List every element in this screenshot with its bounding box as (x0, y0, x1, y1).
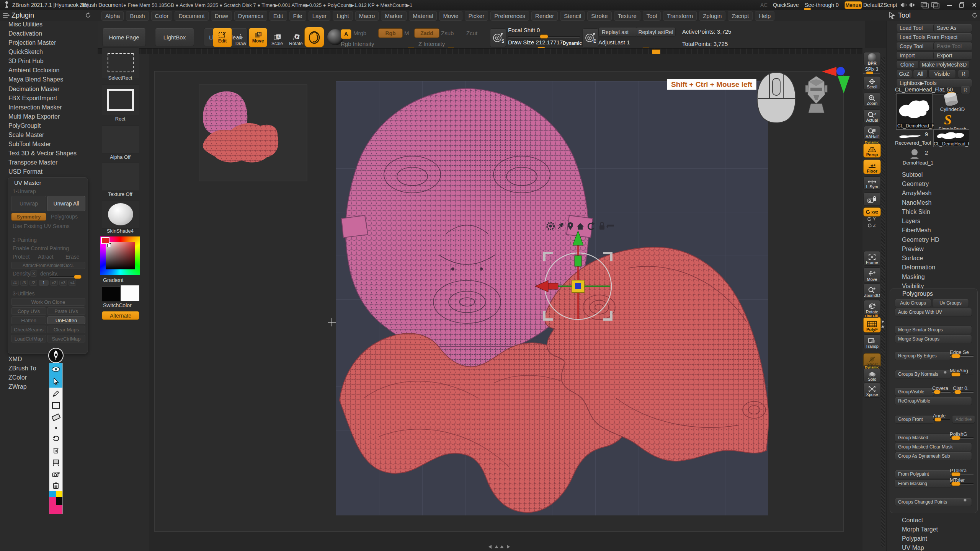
make-polymesh3d-button[interactable]: Make PolyMesh3D (919, 60, 969, 69)
trash-icon[interactable] (49, 444, 62, 456)
move-3d-button[interactable]: Move (863, 267, 881, 282)
zplugin-item[interactable]: PolyGroupIt (8, 122, 41, 130)
clear-maps-button[interactable]: Clear Maps (47, 326, 85, 333)
density-x2[interactable]: x2 (50, 280, 58, 286)
draw-mode-button[interactable]: Draw (232, 28, 249, 46)
zplugin-item[interactable]: Maya Blend Shapes (8, 76, 63, 84)
menu-item[interactable]: Zscript (728, 11, 753, 21)
zoom3d-button[interactable]: Zoom3D (863, 284, 881, 298)
mrgb-a-badge[interactable]: A (341, 29, 351, 39)
xmd-pen-icon[interactable] (48, 348, 64, 363)
quicksave-button[interactable]: QuickSave (773, 2, 799, 8)
adjust-last-slider-label[interactable]: AdjustLast 1 (598, 39, 630, 46)
menu-item[interactable]: Movie (439, 11, 462, 21)
switch-color-black[interactable] (102, 287, 120, 302)
close-button[interactable] (972, 2, 977, 8)
paste-tool-button[interactable]: Paste Tool (933, 42, 972, 51)
zplugin-item[interactable]: Multi Map Exporter (8, 113, 60, 121)
bpr-render-button[interactable]: BPR (863, 52, 881, 66)
spix-slider[interactable]: SPix 3 (863, 67, 880, 74)
tool-section-surface[interactable]: Surface (902, 255, 923, 262)
checkseams-button[interactable]: CheckSeams (11, 326, 46, 333)
uv-master-title[interactable]: UV Master (14, 179, 41, 186)
rotate-y-button[interactable]: Y (863, 217, 880, 221)
menu-item[interactable]: Stencil (560, 11, 585, 21)
zsub-button[interactable]: Zsub (441, 30, 454, 36)
tool-section-arraymesh[interactable]: ArrayMesh (902, 190, 931, 197)
demohead-thumb[interactable] (909, 148, 920, 159)
menu-item[interactable]: Transform (663, 11, 697, 21)
xpose-button[interactable]: Xpose (863, 383, 881, 398)
symmetry-button[interactable]: Symmetry (11, 213, 46, 221)
actual-size-button[interactable]: x1Actual (863, 109, 881, 123)
move-mode-button[interactable]: M Move (249, 28, 267, 47)
group-masked-clear-mask-button[interactable]: Group Masked Clear Mask (895, 443, 972, 451)
group-as-dynamesh-sub-button[interactable]: Group As Dynamesh Sub (895, 452, 972, 460)
m-button[interactable]: M (404, 30, 409, 36)
rect-tool-icon[interactable] (49, 399, 62, 411)
zplugin-item-zcolor[interactable]: ZColor (8, 374, 27, 382)
tool-section-preview[interactable]: Preview (902, 246, 924, 253)
coverage-slider[interactable]: Covera (932, 385, 951, 393)
load-tools-from-project-button[interactable]: Load Tools From Project (896, 33, 972, 41)
select-cursor-icon[interactable] (49, 375, 62, 388)
menu-item[interactable]: Edit (270, 11, 287, 21)
menu-item[interactable]: Macro (355, 11, 379, 21)
alternate-button[interactable]: Alternate (102, 311, 139, 320)
menu-item[interactable]: Texture (614, 11, 640, 21)
ptolerance-slider[interactable]: PTolera (950, 468, 973, 475)
recovered-tool-thumb[interactable] (898, 132, 922, 139)
rotate-mode-button[interactable]: R Rotate (287, 28, 305, 46)
attract-from-ao-button[interactable]: AttractFromAmbientOccl. (11, 262, 85, 269)
edit-mode-button[interactable]: Edit (213, 28, 232, 47)
menu-item[interactable]: Color (151, 11, 173, 21)
mtolerance-slider[interactable]: MToler (950, 477, 973, 484)
menu-item[interactable]: Marker (381, 11, 407, 21)
uv-groups-button[interactable]: Uv Groups (932, 299, 969, 307)
tool-section-layers[interactable]: Layers (902, 218, 920, 225)
additive-button[interactable]: Additive (952, 415, 975, 424)
camera-lock-button[interactable] (863, 192, 881, 206)
home-page-button[interactable]: Home Page (102, 28, 146, 46)
tool-section-deformation[interactable]: Deformation (902, 264, 935, 272)
cylinder3d-thumb[interactable] (940, 92, 965, 106)
scroll-doc-button[interactable]: Scroll (863, 76, 881, 90)
persp-button[interactable]: Dynamic Persp (863, 143, 881, 158)
switch-color-white[interactable] (121, 285, 139, 301)
zplugin-item[interactable]: Text 3D & Vector Shapes (8, 150, 77, 158)
replay-last-rel-button[interactable]: ReplayLastRel (636, 27, 676, 37)
load-tool-button[interactable]: Load Tool (896, 24, 935, 32)
document-canvas[interactable] (149, 54, 862, 551)
zplugin-item[interactable]: QuickSketch (8, 49, 43, 56)
menu-item[interactable]: Render (531, 11, 558, 21)
goz-visible-button[interactable]: Visible (928, 70, 956, 78)
texture-off-thumb[interactable] (102, 163, 139, 191)
angle-slider[interactable]: Angle (933, 413, 950, 420)
draw-size-slider-label[interactable]: Draw Size 212.17717 (508, 39, 563, 46)
zplugin-item[interactable]: USD Format (8, 168, 42, 176)
density-slider-handle[interactable] (74, 275, 82, 279)
minimize-button[interactable] (947, 5, 952, 6)
scale-mode-button[interactable]: S Scale (269, 28, 286, 46)
density-x4[interactable]: x4 (69, 280, 76, 286)
goz-button[interactable]: GoZ (896, 70, 912, 78)
export-button[interactable]: Export (933, 51, 972, 60)
rotate-3d-button[interactable]: Rotate (863, 300, 881, 315)
paste-uvs-button[interactable]: Paste UVs (47, 307, 85, 315)
right-tray-divider[interactable] (881, 57, 885, 547)
unwrap-button[interactable]: Unwrap (11, 196, 46, 211)
cluster-slider[interactable]: Clstr 0. (953, 385, 973, 393)
regroup-by-edges-button[interactable]: Regroup By Edges (895, 352, 951, 360)
merge-similar-groups-button[interactable]: Merge Similar Groups (895, 326, 972, 334)
erase-button[interactable]: Erase (65, 254, 80, 260)
zplugin-item[interactable]: FBX ExportImport (8, 95, 57, 103)
goz-all-button[interactable]: All (913, 70, 928, 78)
groups-changed-points-button[interactable]: Groups Changed Points (895, 498, 972, 506)
menu-item[interactable]: Picker (465, 11, 488, 21)
demo-flat-thumb[interactable]: CL_DemoHead_F (933, 129, 969, 147)
tool-section-uv-map[interactable]: UV Map (902, 544, 924, 551)
clipboard-icon[interactable] (49, 480, 62, 491)
zplugin-item-zbrush-to-photo[interactable]: ZBrush To Photo (8, 365, 43, 373)
menus-button[interactable]: Menus (844, 1, 862, 9)
zplugin-item[interactable]: Ambient Occlusion (8, 67, 59, 75)
